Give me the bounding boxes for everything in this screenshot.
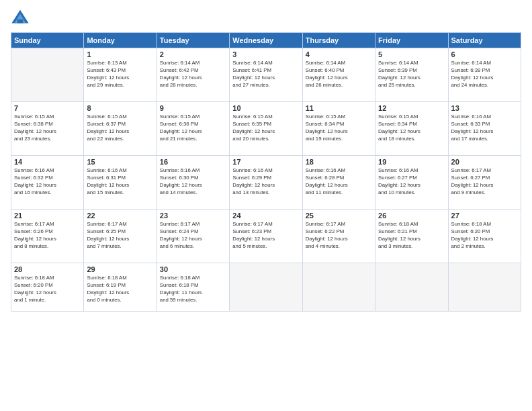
calendar-header-thursday: Thursday	[302, 33, 375, 48]
day-info: Sunrise: 6:17 AM Sunset: 6:26 PM Dayligh…	[14, 221, 81, 250]
day-info: Sunrise: 6:18 AM Sunset: 6:18 PM Dayligh…	[160, 275, 226, 304]
day-number: 10	[232, 104, 299, 112]
day-info: Sunrise: 6:14 AM Sunset: 6:39 PM Dayligh…	[451, 60, 518, 89]
calendar-day-cell	[230, 263, 302, 312]
calendar-day-cell: 11Sunrise: 6:15 AM Sunset: 6:34 PM Dayli…	[302, 102, 375, 156]
logo-icon	[11, 8, 30, 27]
day-number: 22	[87, 212, 153, 220]
day-number: 11	[306, 104, 372, 112]
day-info: Sunrise: 6:15 AM Sunset: 6:37 PM Dayligh…	[87, 113, 153, 143]
calendar-day-cell	[375, 263, 448, 312]
day-number: 28	[14, 265, 81, 273]
calendar-day-cell: 28Sunrise: 6:18 AM Sunset: 6:20 PM Dayli…	[11, 263, 84, 312]
day-number: 5	[378, 50, 445, 58]
calendar-week-row: 14Sunrise: 6:16 AM Sunset: 6:32 PM Dayli…	[11, 156, 521, 210]
day-number: 2	[160, 50, 226, 58]
calendar-day-cell: 27Sunrise: 6:18 AM Sunset: 6:20 PM Dayli…	[448, 210, 521, 263]
day-info: Sunrise: 6:17 AM Sunset: 6:25 PM Dayligh…	[87, 221, 153, 250]
day-info: Sunrise: 6:18 AM Sunset: 6:20 PM Dayligh…	[14, 275, 81, 304]
calendar: SundayMondayTuesdayWednesdayThursdayFrid…	[11, 32, 521, 312]
calendar-day-cell: 25Sunrise: 6:17 AM Sunset: 6:22 PM Dayli…	[302, 210, 375, 263]
calendar-day-cell: 2Sunrise: 6:14 AM Sunset: 6:42 PM Daylig…	[157, 48, 229, 102]
day-info: Sunrise: 6:16 AM Sunset: 6:33 PM Dayligh…	[451, 113, 518, 143]
calendar-day-cell: 23Sunrise: 6:17 AM Sunset: 6:24 PM Dayli…	[157, 210, 229, 263]
day-info: Sunrise: 6:17 AM Sunset: 6:22 PM Dayligh…	[306, 221, 372, 250]
calendar-day-cell: 9Sunrise: 6:15 AM Sunset: 6:36 PM Daylig…	[157, 102, 229, 156]
calendar-header-saturday: Saturday	[448, 33, 521, 48]
day-info: Sunrise: 6:18 AM Sunset: 6:20 PM Dayligh…	[451, 221, 518, 250]
day-info: Sunrise: 6:16 AM Sunset: 6:30 PM Dayligh…	[160, 167, 226, 197]
calendar-day-cell: 30Sunrise: 6:18 AM Sunset: 6:18 PM Dayli…	[157, 263, 229, 312]
day-info: Sunrise: 6:13 AM Sunset: 6:43 PM Dayligh…	[87, 60, 153, 89]
day-number: 9	[160, 104, 226, 112]
calendar-day-cell: 7Sunrise: 6:15 AM Sunset: 6:38 PM Daylig…	[11, 102, 84, 156]
day-number: 7	[14, 104, 81, 112]
day-number: 4	[306, 50, 372, 58]
day-info: Sunrise: 6:18 AM Sunset: 6:21 PM Dayligh…	[378, 221, 445, 250]
calendar-day-cell	[448, 263, 521, 312]
calendar-day-cell: 26Sunrise: 6:18 AM Sunset: 6:21 PM Dayli…	[375, 210, 448, 263]
day-number: 30	[160, 265, 226, 273]
day-info: Sunrise: 6:17 AM Sunset: 6:27 PM Dayligh…	[451, 167, 518, 197]
day-info: Sunrise: 6:17 AM Sunset: 6:24 PM Dayligh…	[160, 221, 226, 250]
calendar-header-sunday: Sunday	[11, 33, 84, 48]
day-info: Sunrise: 6:15 AM Sunset: 6:34 PM Dayligh…	[378, 113, 445, 143]
day-number: 16	[160, 158, 226, 166]
day-info: Sunrise: 6:17 AM Sunset: 6:23 PM Dayligh…	[232, 221, 299, 250]
day-info: Sunrise: 6:15 AM Sunset: 6:38 PM Dayligh…	[14, 113, 81, 143]
calendar-day-cell	[302, 263, 375, 312]
calendar-week-row: 28Sunrise: 6:18 AM Sunset: 6:20 PM Dayli…	[11, 263, 521, 312]
calendar-week-row: 7Sunrise: 6:15 AM Sunset: 6:38 PM Daylig…	[11, 102, 521, 156]
day-info: Sunrise: 6:15 AM Sunset: 6:36 PM Dayligh…	[160, 113, 226, 143]
day-number: 21	[14, 212, 81, 220]
calendar-day-cell	[11, 48, 84, 102]
calendar-day-cell: 21Sunrise: 6:17 AM Sunset: 6:26 PM Dayli…	[11, 210, 84, 263]
calendar-day-cell: 6Sunrise: 6:14 AM Sunset: 6:39 PM Daylig…	[448, 48, 521, 102]
calendar-day-cell: 8Sunrise: 6:15 AM Sunset: 6:37 PM Daylig…	[84, 102, 157, 156]
day-number: 20	[451, 158, 518, 166]
day-info: Sunrise: 6:16 AM Sunset: 6:29 PM Dayligh…	[232, 167, 299, 197]
day-info: Sunrise: 6:14 AM Sunset: 6:39 PM Dayligh…	[378, 60, 445, 89]
calendar-day-cell: 12Sunrise: 6:15 AM Sunset: 6:34 PM Dayli…	[375, 102, 448, 156]
calendar-day-cell: 13Sunrise: 6:16 AM Sunset: 6:33 PM Dayli…	[448, 102, 521, 156]
calendar-header-wednesday: Wednesday	[230, 33, 302, 48]
day-number: 19	[378, 158, 445, 166]
day-number: 15	[87, 158, 153, 166]
calendar-day-cell: 20Sunrise: 6:17 AM Sunset: 6:27 PM Dayli…	[448, 156, 521, 210]
svg-rect-2	[17, 19, 23, 24]
calendar-day-cell: 4Sunrise: 6:14 AM Sunset: 6:40 PM Daylig…	[302, 48, 375, 102]
day-number: 25	[306, 212, 372, 220]
day-number: 1	[87, 50, 153, 58]
day-info: Sunrise: 6:15 AM Sunset: 6:35 PM Dayligh…	[232, 113, 299, 143]
calendar-week-row: 1Sunrise: 6:13 AM Sunset: 6:43 PM Daylig…	[11, 48, 521, 102]
day-info: Sunrise: 6:14 AM Sunset: 6:41 PM Dayligh…	[232, 60, 299, 89]
calendar-header-tuesday: Tuesday	[157, 33, 229, 48]
calendar-week-row: 21Sunrise: 6:17 AM Sunset: 6:26 PM Dayli…	[11, 210, 521, 263]
day-info: Sunrise: 6:15 AM Sunset: 6:34 PM Dayligh…	[306, 113, 372, 143]
day-info: Sunrise: 6:14 AM Sunset: 6:42 PM Dayligh…	[160, 60, 226, 89]
calendar-day-cell: 17Sunrise: 6:16 AM Sunset: 6:29 PM Dayli…	[230, 156, 302, 210]
day-number: 23	[160, 212, 226, 220]
day-number: 26	[378, 212, 445, 220]
day-number: 17	[232, 158, 299, 166]
calendar-day-cell: 14Sunrise: 6:16 AM Sunset: 6:32 PM Dayli…	[11, 156, 84, 210]
calendar-day-cell: 29Sunrise: 6:18 AM Sunset: 6:19 PM Dayli…	[84, 263, 157, 312]
calendar-day-cell: 1Sunrise: 6:13 AM Sunset: 6:43 PM Daylig…	[84, 48, 157, 102]
calendar-day-cell: 15Sunrise: 6:16 AM Sunset: 6:31 PM Dayli…	[84, 156, 157, 210]
calendar-day-cell: 18Sunrise: 6:16 AM Sunset: 6:28 PM Dayli…	[302, 156, 375, 210]
calendar-header-row: SundayMondayTuesdayWednesdayThursdayFrid…	[11, 33, 521, 48]
day-number: 27	[451, 212, 518, 220]
calendar-day-cell: 24Sunrise: 6:17 AM Sunset: 6:23 PM Dayli…	[230, 210, 302, 263]
calendar-day-cell: 5Sunrise: 6:14 AM Sunset: 6:39 PM Daylig…	[375, 48, 448, 102]
day-number: 13	[451, 104, 518, 112]
day-number: 18	[306, 158, 372, 166]
calendar-day-cell: 22Sunrise: 6:17 AM Sunset: 6:25 PM Dayli…	[84, 210, 157, 263]
logo	[11, 8, 32, 27]
day-number: 3	[232, 50, 299, 58]
day-info: Sunrise: 6:18 AM Sunset: 6:19 PM Dayligh…	[87, 275, 153, 304]
day-number: 8	[87, 104, 153, 112]
day-info: Sunrise: 6:14 AM Sunset: 6:40 PM Dayligh…	[306, 60, 372, 89]
day-number: 12	[378, 104, 445, 112]
day-info: Sunrise: 6:16 AM Sunset: 6:27 PM Dayligh…	[378, 167, 445, 197]
calendar-day-cell: 3Sunrise: 6:14 AM Sunset: 6:41 PM Daylig…	[230, 48, 302, 102]
